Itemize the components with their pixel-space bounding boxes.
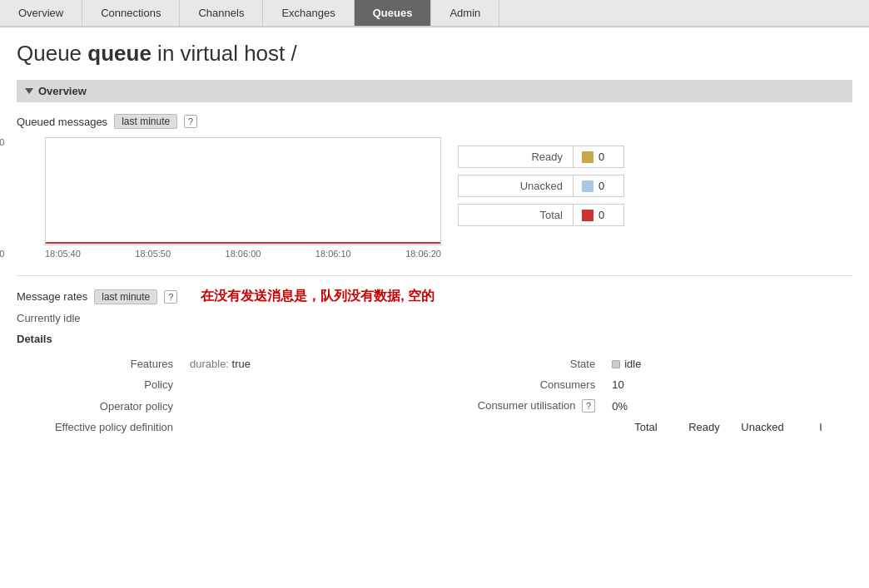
- bottom-header-i: I: [796, 421, 846, 433]
- message-rates-label: Message rates: [17, 290, 87, 303]
- page-title: Queue queue in virtual host /: [17, 41, 852, 67]
- nav-queues[interactable]: Queues: [355, 0, 432, 26]
- chart-graph: [45, 137, 441, 245]
- table-row-effective-policy: Effective policy definition Total Ready …: [17, 417, 852, 437]
- nav-admin[interactable]: Admin: [431, 0, 499, 26]
- durable-text: durable: true: [190, 358, 251, 370]
- queued-messages-help-icon[interactable]: ?: [184, 115, 197, 128]
- bottom-header-ready: Ready: [679, 421, 729, 433]
- details-table: Features durable: true State idle Policy…: [17, 353, 852, 437]
- x-label-0: 18:05:40: [45, 249, 81, 259]
- navigation: Overview Connections Channels Exchanges …: [0, 0, 869, 27]
- message-rates-badge[interactable]: last minute: [94, 289, 157, 304]
- title-prefix: Queue: [17, 41, 87, 66]
- features-label: Features: [17, 353, 183, 374]
- x-label-1: 18:05:50: [135, 249, 171, 259]
- consumers-value: 10: [605, 374, 852, 395]
- operator-policy-value: [183, 395, 439, 417]
- legend-unacked-value-container: 0: [574, 175, 623, 196]
- nav-exchanges[interactable]: Exchanges: [263, 0, 354, 26]
- effective-policy-label: Effective policy definition: [17, 417, 183, 437]
- table-row-features: Features durable: true State idle: [17, 353, 852, 374]
- legend-ready-value-container: 0: [574, 146, 623, 167]
- x-label-2: 18:06:00: [226, 249, 261, 259]
- legend-unacked-label: Unacked: [459, 175, 574, 196]
- consumer-util-value: 0%: [605, 395, 852, 417]
- collapse-icon: [25, 88, 33, 94]
- consumers-label: Consumers: [439, 374, 605, 395]
- table-row-policy: Policy Consumers 10: [17, 374, 852, 395]
- y-top-label: 1.0: [0, 137, 4, 147]
- chart-container: 1.0 0.0 18:05:40 18:05:50 18:06:00 18:06…: [17, 137, 852, 259]
- chart-area: 1.0 0.0 18:05:40 18:05:50 18:06:00 18:06…: [17, 137, 441, 259]
- section-overview-label: Overview: [38, 85, 87, 97]
- legend-unacked-value: 0: [598, 180, 604, 192]
- total-color-swatch: [582, 210, 593, 221]
- bottom-headers-cell: Total Ready Unacked I: [439, 417, 852, 437]
- bottom-header-unacked: Unacked: [737, 421, 787, 433]
- legend-total: Total 0: [458, 204, 624, 226]
- queued-messages-text: Queued messages: [17, 116, 107, 128]
- state-value: idle: [605, 353, 852, 374]
- consumer-util-help-icon[interactable]: ?: [582, 399, 595, 413]
- policy-value: [183, 374, 439, 395]
- annotation-text: 在没有发送消息是，队列没有数据, 空的: [201, 288, 434, 305]
- chart-legend: Ready 0 Unacked 0 Total 0: [458, 137, 624, 259]
- operator-policy-label: Operator policy: [17, 395, 183, 417]
- legend-ready-label: Ready: [459, 146, 574, 167]
- details-label: Details: [17, 333, 852, 345]
- nav-overview[interactable]: Overview: [0, 0, 82, 26]
- ready-color-swatch: [582, 151, 593, 163]
- state-idle-text: idle: [624, 358, 641, 370]
- title-suffix: in virtual host /: [151, 41, 297, 66]
- message-rates-help-icon[interactable]: ?: [164, 290, 177, 304]
- legend-ready-value: 0: [598, 151, 604, 163]
- legend-unacked: Unacked 0: [458, 175, 624, 197]
- currently-idle-text: Currently idle: [17, 312, 852, 324]
- nav-connections[interactable]: Connections: [82, 0, 180, 26]
- divider-1: [17, 275, 852, 276]
- policy-label: Policy: [17, 374, 183, 395]
- chart-x-labels: 18:05:40 18:05:50 18:06:00 18:06:10 18:0…: [45, 249, 441, 259]
- section-overview-header[interactable]: Overview: [17, 80, 852, 102]
- bottom-table-headers: Total Ready Unacked I: [445, 421, 846, 433]
- legend-total-value: 0: [598, 209, 604, 221]
- unacked-color-swatch: [582, 180, 593, 192]
- x-label-3: 18:06:10: [315, 249, 351, 259]
- state-label: State: [439, 353, 605, 374]
- queued-messages-label-row: Queued messages last minute ?: [17, 114, 852, 129]
- chart-baseline-line: [46, 242, 440, 244]
- queued-messages-badge[interactable]: last minute: [114, 114, 177, 129]
- effective-policy-value: [183, 417, 439, 437]
- legend-ready: Ready 0: [458, 146, 624, 168]
- features-value: durable: true: [183, 353, 439, 374]
- queue-name: queue: [87, 41, 151, 66]
- y-bottom-label: 0.0: [0, 249, 4, 259]
- table-row-operator-policy: Operator policy Consumer utilisation ? 0…: [17, 395, 852, 417]
- durable-value: true: [232, 358, 251, 370]
- message-rates-row: Message rates last minute ? 在没有发送消息是，队列没…: [17, 288, 852, 305]
- x-label-4: 18:06:20: [405, 249, 441, 259]
- nav-channels[interactable]: Channels: [180, 0, 263, 26]
- consumer-util-label: Consumer utilisation ?: [439, 395, 605, 417]
- state-dot-icon: [612, 360, 620, 368]
- legend-total-value-container: 0: [574, 205, 623, 225]
- chart-y-labels: 1.0 0.0: [0, 137, 4, 259]
- bottom-header-total: Total: [621, 421, 671, 433]
- state-idle-container: idle: [612, 358, 846, 370]
- legend-total-label: Total: [459, 205, 574, 225]
- consumer-util-text: Consumer utilisation: [478, 399, 576, 412]
- page-content: Queue queue in virtual host / Overview Q…: [0, 27, 869, 451]
